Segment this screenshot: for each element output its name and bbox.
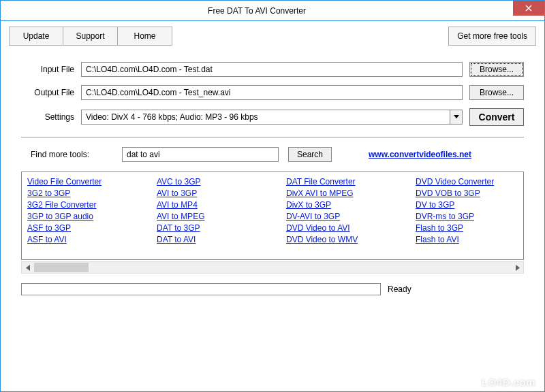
input-file-field[interactable] [81,62,463,77]
tool-link[interactable]: AVI to MP4 [157,199,286,211]
scroll-thumb[interactable] [34,263,89,272]
promo-link[interactable]: www.convertvideofiles.net [369,150,471,159]
tools-col-2: DAT File Converter DivX AVI to MPEG DivX… [286,176,416,246]
app-window: Free DAT To AVI Converter Update Support… [0,0,545,392]
tool-link[interactable]: 3GP to 3GP audio [27,211,157,223]
tool-link[interactable]: Flash to 3GP [416,223,524,234]
support-button[interactable]: Support [63,27,118,46]
tool-link[interactable]: DV to 3GP [416,199,524,211]
titlebar: Free DAT To AVI Converter [1,1,544,21]
watermark: LO4D.com [482,376,535,388]
scroll-track[interactable] [34,262,511,273]
tool-link[interactable]: DAT to AVI [157,234,286,246]
tool-link[interactable]: DV-AVI to 3GP [286,211,416,223]
tools-list-box: Video File Converter 3G2 to 3GP 3G2 File… [21,172,524,260]
svg-marker-2 [454,115,459,118]
scroll-right-icon[interactable] [511,262,523,273]
status-text: Ready [388,284,524,294]
search-button[interactable]: Search [288,147,332,162]
settings-label: Settings [21,112,74,122]
tools-col-1: AVC to 3GP AVI to 3GP AVI to MP4 AVI to … [157,176,286,246]
toolbar: Update Support Home Get more free tools [9,27,536,46]
home-button[interactable]: Home [118,27,172,46]
tool-link[interactable]: DAT File Converter [286,176,416,188]
tool-link[interactable]: DVD Video to AVI [286,223,416,234]
tool-link[interactable]: Flash to AVI [416,234,524,246]
input-file-label: Input File [21,65,74,74]
svg-marker-3 [26,265,30,271]
tool-link[interactable]: AVC to 3GP [157,176,286,188]
tool-link[interactable]: AVI to 3GP [157,188,286,199]
tools-col-3: DVD Video Converter DVD VOB to 3GP DV to… [416,176,524,246]
tool-link[interactable]: ASF to 3GP [27,223,157,234]
tool-link[interactable]: 3G2 to 3GP [27,188,157,199]
input-browse-button[interactable]: Browse... [469,62,524,77]
output-file-row: Output File Browse... [9,81,536,104]
update-button[interactable]: Update [9,27,63,46]
settings-select[interactable]: Video: DivX 4 - 768 kbps; Audio: MP3 - 9… [81,110,463,125]
tool-link[interactable]: DAT to 3GP [157,223,286,234]
chevron-down-icon [450,110,462,124]
window-title: Free DAT To AVI Converter [1,6,513,16]
tool-link[interactable]: DVD Video to WMV [286,234,416,246]
settings-value: Video: DivX 4 - 768 kbps; Audio: MP3 - 9… [82,110,450,124]
get-more-tools-button[interactable]: Get more free tools [448,27,536,46]
settings-row: Settings Video: DivX 4 - 768 kbps; Audio… [9,104,536,130]
output-file-label: Output File [21,88,74,97]
tool-link[interactable]: 3G2 File Converter [27,199,157,211]
tool-link[interactable]: DivX AVI to MPEG [286,188,416,199]
input-file-row: Input File Browse... [9,58,536,81]
scroll-left-icon[interactable] [22,262,34,273]
tools-scrollbar[interactable] [21,261,524,274]
tool-link[interactable]: ASF to AVI [27,234,157,246]
convert-button[interactable]: Convert [469,108,524,126]
tool-link[interactable]: Video File Converter [27,176,157,188]
progress-bar [21,283,381,295]
find-tools-label: Find more tools: [31,150,112,159]
tool-link[interactable]: DVD VOB to 3GP [416,188,524,199]
tool-link[interactable]: DVD Video Converter [416,176,524,188]
toolbar-spacer [172,27,448,46]
tool-link[interactable]: AVI to MPEG [157,211,286,223]
status-row: Ready [21,283,524,295]
tool-link[interactable]: DVR-ms to 3GP [416,211,524,223]
client-area: Update Support Home Get more free tools … [1,21,544,391]
tool-link[interactable]: DivX to 3GP [286,199,416,211]
close-icon [525,5,532,12]
find-tools-row: Find more tools: Search www.convertvideo… [9,144,536,165]
tools-columns: Video File Converter 3G2 to 3GP 3G2 File… [27,176,518,246]
find-tools-input[interactable] [122,147,279,162]
output-browse-button[interactable]: Browse... [469,85,524,100]
divider [21,137,524,137]
tools-col-0: Video File Converter 3G2 to 3GP 3G2 File… [27,176,157,246]
close-button[interactable] [513,1,544,16]
output-file-field[interactable] [81,85,463,100]
svg-marker-4 [516,265,520,271]
